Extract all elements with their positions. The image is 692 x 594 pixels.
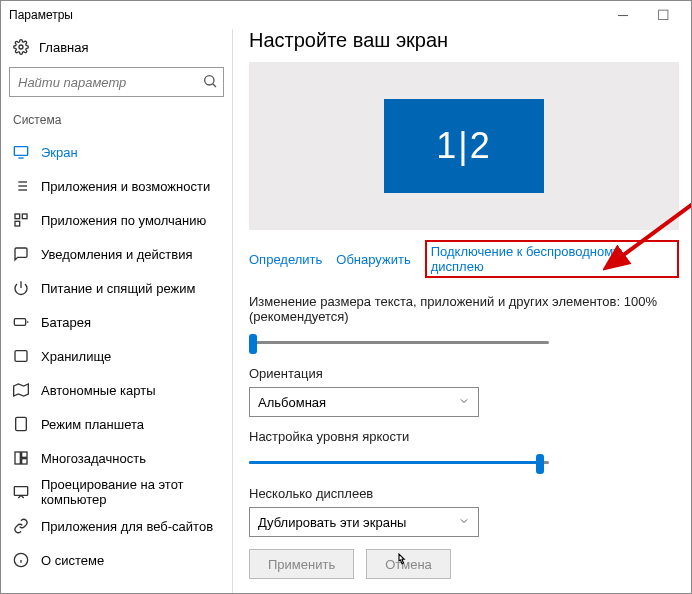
- sidebar-item-label: Приложения для веб-сайтов: [41, 519, 213, 534]
- chevron-down-icon: [458, 395, 470, 410]
- storage-icon: [13, 348, 29, 364]
- multi-display-value: Дублировать эти экраны: [258, 515, 406, 530]
- sidebar-item-label: Хранилище: [41, 349, 111, 364]
- sidebar-item-default-apps[interactable]: Приложения по умолчанию: [9, 203, 224, 237]
- sidebar-item-label: Приложения по умолчанию: [41, 213, 206, 228]
- wireless-display-link[interactable]: Подключение к беспроводному дисплею: [425, 240, 679, 278]
- monitor-icon: [13, 144, 29, 160]
- titlebar: Параметры ─ ☐: [1, 1, 691, 29]
- window-title: Параметры: [9, 8, 73, 22]
- cancel-button[interactable]: Отмена: [366, 549, 451, 579]
- chat-icon: [13, 246, 29, 262]
- link-icon: [13, 518, 29, 534]
- tablet-icon: [13, 416, 29, 432]
- power-icon: [13, 280, 29, 296]
- svg-point-1: [205, 76, 214, 85]
- home-link[interactable]: Главная: [9, 33, 224, 65]
- svg-line-2: [213, 84, 216, 87]
- list-icon: [13, 178, 29, 194]
- brightness-slider[interactable]: [249, 450, 549, 476]
- sidebar-item-label: Режим планшета: [41, 417, 144, 432]
- sidebar-item-power[interactable]: Питание и спящий режим: [9, 271, 224, 305]
- sidebar-item-battery[interactable]: Батарея: [9, 305, 224, 339]
- battery-icon: [13, 314, 29, 330]
- sidebar: Главная Система Экран Приложения и возмо…: [1, 29, 233, 594]
- sidebar-item-label: Многозадачность: [41, 451, 146, 466]
- gear-icon: [13, 39, 29, 55]
- monitor-tile[interactable]: 1|2: [384, 99, 544, 193]
- sidebar-item-apps[interactable]: Приложения и возможности: [9, 169, 224, 203]
- svg-rect-22: [22, 459, 27, 464]
- svg-rect-3: [14, 147, 27, 156]
- display-preview[interactable]: 1|2: [249, 62, 679, 230]
- sidebar-item-label: Приложения и возможности: [41, 179, 210, 194]
- default-apps-icon: [13, 212, 29, 228]
- sidebar-item-maps[interactable]: Автономные карты: [9, 373, 224, 407]
- svg-rect-15: [14, 319, 25, 326]
- svg-rect-12: [22, 214, 27, 219]
- sidebar-item-about[interactable]: О системе: [9, 543, 224, 577]
- sidebar-item-projecting[interactable]: Проецирование на этот компьютер: [9, 475, 224, 509]
- svg-rect-21: [22, 452, 27, 457]
- search-input[interactable]: [9, 67, 224, 97]
- sidebar-item-label: Автономные карты: [41, 383, 156, 398]
- orientation-value: Альбомная: [258, 395, 326, 410]
- orientation-label: Ориентация: [249, 366, 679, 381]
- svg-rect-13: [15, 221, 20, 226]
- minimize-button[interactable]: ─: [603, 7, 643, 23]
- svg-point-0: [19, 45, 23, 49]
- orientation-select[interactable]: Альбомная: [249, 387, 479, 417]
- sidebar-item-label: Питание и спящий режим: [41, 281, 195, 296]
- search-icon: [202, 73, 218, 92]
- maximize-button[interactable]: ☐: [643, 7, 683, 23]
- search-box[interactable]: [9, 67, 224, 97]
- scale-label: Изменение размера текста, приложений и д…: [249, 294, 679, 324]
- project-icon: [13, 484, 29, 500]
- sidebar-item-label: Экран: [41, 145, 78, 160]
- identify-link[interactable]: Определить: [249, 252, 322, 267]
- svg-marker-18: [14, 384, 29, 396]
- brightness-label: Настройка уровня яркости: [249, 429, 679, 444]
- multitask-icon: [13, 450, 29, 466]
- sidebar-item-display[interactable]: Экран: [9, 135, 224, 169]
- page-title: Настройте ваш экран: [249, 29, 679, 52]
- info-icon: [13, 552, 29, 568]
- svg-rect-11: [15, 214, 20, 219]
- sidebar-item-label: Проецирование на этот компьютер: [41, 477, 220, 507]
- sidebar-item-notifications[interactable]: Уведомления и действия: [9, 237, 224, 271]
- sidebar-item-label: Уведомления и действия: [41, 247, 193, 262]
- map-icon: [13, 382, 29, 398]
- multi-display-select[interactable]: Дублировать эти экраны: [249, 507, 479, 537]
- svg-rect-20: [15, 452, 20, 464]
- content-pane: Настройте ваш экран 1|2 Определить Обнар…: [233, 29, 691, 594]
- detect-link[interactable]: Обнаружить: [336, 252, 410, 267]
- svg-rect-19: [16, 417, 27, 430]
- sidebar-item-storage[interactable]: Хранилище: [9, 339, 224, 373]
- svg-rect-17: [15, 351, 27, 362]
- section-label: Система: [9, 109, 224, 135]
- scale-slider[interactable]: [249, 330, 549, 356]
- sidebar-item-label: О системе: [41, 553, 104, 568]
- sidebar-item-web-apps[interactable]: Приложения для веб-сайтов: [9, 509, 224, 543]
- apply-button[interactable]: Применить: [249, 549, 354, 579]
- sidebar-item-label: Батарея: [41, 315, 91, 330]
- home-label: Главная: [39, 40, 88, 55]
- svg-rect-23: [14, 487, 27, 496]
- chevron-down-icon: [458, 515, 470, 530]
- sidebar-item-tablet[interactable]: Режим планшета: [9, 407, 224, 441]
- multi-display-label: Несколько дисплеев: [249, 486, 679, 501]
- sidebar-item-multitask[interactable]: Многозадачность: [9, 441, 224, 475]
